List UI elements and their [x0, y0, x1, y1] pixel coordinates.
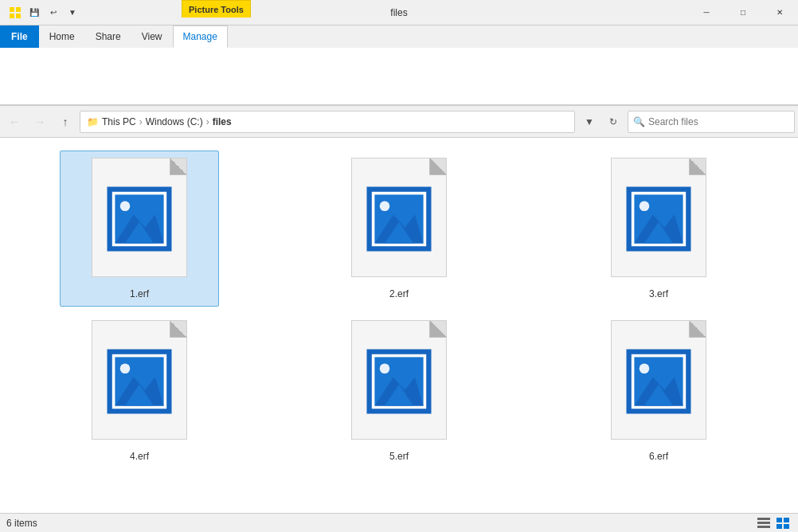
- image-preview: [99, 171, 180, 267]
- tab-manage[interactable]: Manage: [173, 25, 228, 48]
- file-page: [351, 320, 447, 440]
- svg-point-33: [380, 364, 390, 374]
- file-icon: [88, 320, 191, 448]
- file-item[interactable]: 2.erf: [319, 151, 479, 307]
- file-page: [351, 158, 447, 277]
- search-input[interactable]: [648, 116, 789, 127]
- refresh-button[interactable]: ↻: [602, 111, 624, 133]
- address-right-controls: ▼ ↻: [578, 111, 624, 133]
- app-icon: [6, 4, 24, 22]
- undo-quick-btn[interactable]: ↩: [45, 4, 62, 22]
- item-count: 6 items: [6, 518, 37, 529]
- ribbon: File Home Share View Manage: [0, 25, 798, 106]
- file-name: 2.erf: [389, 288, 409, 299]
- grid-view-button[interactable]: [774, 515, 792, 531]
- svg-rect-0: [10, 7, 14, 12]
- ribbon-tab-bar: File Home Share View Manage: [0, 25, 798, 48]
- status-bar: 6 items: [0, 513, 798, 532]
- svg-point-21: [640, 201, 650, 212]
- file-grid: 1.erf: [0, 138, 798, 513]
- path-folder-icon: 📁: [87, 116, 99, 127]
- svg-rect-1: [16, 7, 21, 12]
- svg-rect-40: [757, 518, 770, 520]
- image-preview: [358, 334, 440, 429]
- tab-home[interactable]: Home: [39, 25, 85, 48]
- file-item[interactable]: 1.erf: [60, 151, 219, 307]
- file-icon: [607, 320, 710, 448]
- ribbon-commands: [0, 48, 798, 105]
- svg-rect-46: [784, 524, 789, 529]
- file-name: 5.erf: [389, 451, 409, 462]
- save-quick-btn[interactable]: 💾: [25, 4, 43, 22]
- tab-share[interactable]: Share: [85, 25, 131, 48]
- image-preview: [618, 171, 699, 267]
- close-button[interactable]: ✕: [761, 0, 798, 25]
- file-item[interactable]: 6.erf: [579, 313, 738, 469]
- up-button[interactable]: ↑: [54, 111, 76, 133]
- file-page: [92, 320, 187, 440]
- tab-file[interactable]: File: [0, 25, 39, 48]
- image-preview: [358, 171, 440, 267]
- tab-view[interactable]: View: [131, 25, 173, 48]
- file-page: [611, 320, 706, 440]
- svg-point-9: [120, 201, 131, 212]
- file-item[interactable]: 5.erf: [319, 313, 479, 469]
- title-bar: 💾 ↩ ▼ Picture Tools files ─ □ ✕: [0, 0, 798, 25]
- svg-point-27: [120, 364, 131, 374]
- path-segment-windows[interactable]: Windows (C:): [146, 116, 203, 127]
- list-view-button[interactable]: [755, 515, 773, 531]
- search-icon: 🔍: [633, 116, 645, 127]
- file-page: [611, 158, 706, 277]
- file-icon: [347, 158, 451, 285]
- file-icon: [88, 158, 191, 285]
- quick-access-toolbar: 💾 ↩ ▼: [0, 4, 88, 22]
- svg-rect-2: [10, 14, 14, 18]
- file-name: 1.erf: [130, 288, 149, 299]
- svg-point-15: [380, 201, 390, 212]
- file-name: 3.erf: [649, 288, 668, 299]
- view-toggle: [755, 515, 792, 531]
- quick-access-dropdown[interactable]: ▼: [64, 4, 81, 22]
- path-segment-thispc[interactable]: This PC: [102, 116, 136, 127]
- window-title: files: [390, 7, 407, 18]
- main-content: 1.erf: [0, 138, 798, 513]
- back-button: ←: [3, 111, 25, 133]
- picture-tools-label: Picture Tools: [182, 0, 251, 18]
- svg-rect-41: [757, 522, 770, 524]
- file-name: 6.erf: [649, 451, 668, 462]
- image-preview: [618, 334, 699, 429]
- window-controls: ─ □ ✕: [688, 0, 798, 25]
- file-item[interactable]: 4.erf: [60, 313, 219, 469]
- search-box[interactable]: 🔍: [628, 111, 795, 133]
- maximize-button[interactable]: □: [725, 0, 761, 25]
- address-bar: ← → ↑ 📁 This PC › Windows (C:) › files ▼…: [0, 106, 798, 138]
- image-preview: [99, 334, 180, 429]
- svg-rect-43: [776, 518, 782, 522]
- file-icon: [607, 158, 710, 285]
- path-segment-files[interactable]: files: [213, 116, 232, 127]
- svg-rect-3: [16, 14, 21, 18]
- svg-rect-44: [784, 518, 789, 522]
- svg-rect-42: [757, 526, 770, 528]
- path-dropdown-button[interactable]: ▼: [578, 111, 600, 133]
- file-page: [92, 158, 187, 277]
- forward-button: →: [29, 111, 51, 133]
- svg-point-39: [640, 364, 650, 374]
- file-name: 4.erf: [130, 451, 149, 462]
- file-item[interactable]: 3.erf: [579, 151, 738, 307]
- file-icon: [347, 320, 451, 448]
- svg-rect-45: [776, 524, 782, 529]
- minimize-button[interactable]: ─: [688, 0, 725, 25]
- address-path[interactable]: 📁 This PC › Windows (C:) › files: [80, 111, 575, 133]
